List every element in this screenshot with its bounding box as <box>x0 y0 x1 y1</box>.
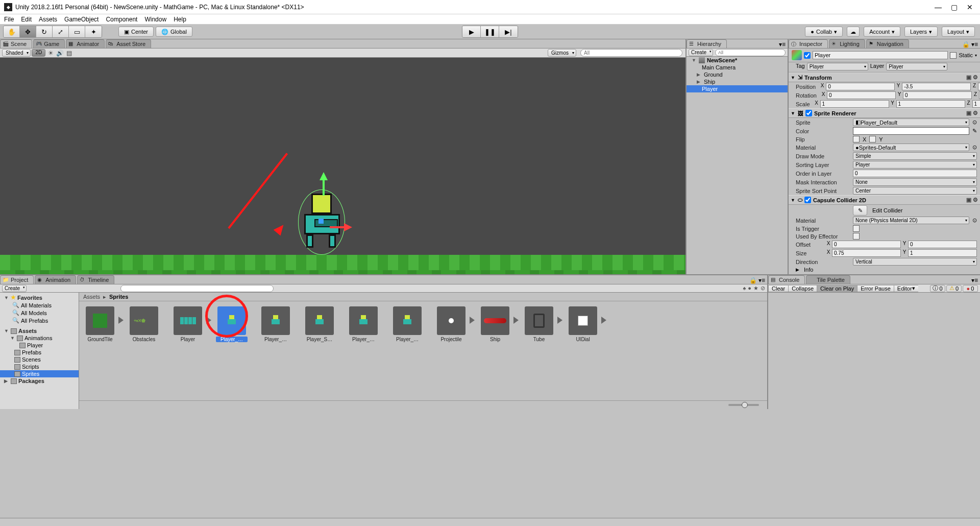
project-create-dropdown[interactable]: Create <box>2 285 27 292</box>
effector-checkbox[interactable] <box>853 233 860 240</box>
edit-collider-button[interactable]: ✎ <box>853 205 867 216</box>
asset-groundtile[interactable]: GroundTile <box>84 306 116 342</box>
shading-dropdown[interactable]: Shaded <box>2 49 31 57</box>
minimize-button[interactable]: — <box>935 3 942 11</box>
console-clear-button[interactable]: Clear <box>768 285 788 292</box>
cloud-button[interactable]: ☁ <box>847 27 860 37</box>
warn-count-badge[interactable]: ⚠0 <box>946 285 962 292</box>
search-type-icon[interactable]: ● <box>748 285 751 292</box>
tab-hierarchy[interactable]: ☰Hierarchy <box>687 39 727 48</box>
breadcrumb-sprites[interactable]: Sprites <box>109 294 128 300</box>
object-picker-icon[interactable]: ⊙ <box>972 144 977 151</box>
space-toggle[interactable]: 🌐Global <box>156 27 192 37</box>
layers-dropdown[interactable]: Layers ▾ <box>904 27 938 37</box>
rotate-tool-button[interactable]: ↻ <box>36 26 53 37</box>
search-assets-icon[interactable]: ♠ <box>743 285 746 292</box>
drawmode-dropdown[interactable]: Simple <box>853 152 977 160</box>
console-editor-dropdown[interactable]: Editor ▾ <box>894 285 918 292</box>
folder-scenes[interactable]: Scenes <box>0 356 79 363</box>
asset-player-sheet[interactable]: Player <box>172 306 204 342</box>
size-y-input[interactable] <box>908 249 977 257</box>
unified-tool-button[interactable]: ✦ <box>85 26 102 37</box>
gameobject-icon[interactable] <box>792 50 802 60</box>
tab-console[interactable]: ▤Console <box>768 275 805 284</box>
gear-icon[interactable]: ▣ ⚙ <box>966 110 978 116</box>
tab-timeline[interactable]: ⏱Timeline <box>77 275 114 284</box>
pivot-toggle[interactable]: ▣Center <box>118 27 154 37</box>
asset-player-4[interactable]: Player_… <box>260 306 291 342</box>
hierarchy-create-dropdown[interactable]: Create <box>689 49 713 56</box>
account-dropdown[interactable]: Account ▾ <box>864 27 900 37</box>
menu-help[interactable]: Help <box>174 16 186 23</box>
scene-view[interactable] <box>0 58 685 274</box>
expand-icon[interactable] <box>118 317 124 324</box>
asset-tube[interactable]: Tube <box>523 306 555 342</box>
light-toggle-icon[interactable]: ☀ <box>46 50 55 57</box>
spriterenderer-header[interactable]: ▼🖼Sprite Renderer▣ ⚙ <box>789 108 980 118</box>
size-x-input[interactable] <box>832 249 901 257</box>
color-field[interactable] <box>853 127 969 135</box>
fav-allprefabs[interactable]: 🔍All Prefabs <box>0 317 79 324</box>
expand-icon[interactable] <box>206 317 211 324</box>
tab-animator[interactable]: ▦Animator <box>66 39 105 48</box>
console-clearonplay-button[interactable]: Clear on Play <box>817 285 857 292</box>
error-count-badge[interactable]: ●0 <box>963 285 978 292</box>
console-options-icon[interactable]: ▾≡ <box>971 277 978 284</box>
breadcrumb-assets[interactable]: Assets <box>83 294 100 300</box>
fav-allmaterials[interactable]: 🔍All Materials <box>0 301 79 309</box>
collab-dropdown[interactable]: ●Collab ▾ <box>805 27 843 37</box>
menu-edit[interactable]: Edit <box>21 16 32 23</box>
info-count-badge[interactable]: ⓘ0 <box>930 285 945 292</box>
scene-search-input[interactable] <box>580 49 682 57</box>
direction-dropdown[interactable]: Vertical <box>853 258 977 266</box>
sortlayer-dropdown[interactable]: Player <box>853 161 977 169</box>
expand-icon[interactable] <box>470 317 475 324</box>
inspector-options-icon[interactable]: 🔒 ▾≡ <box>962 41 978 48</box>
console-collapse-button[interactable]: Collapse <box>788 285 817 292</box>
audio-toggle-icon[interactable]: 🔊 <box>56 50 64 57</box>
layer-dropdown[interactable]: Player <box>886 63 947 70</box>
gizmos-dropdown[interactable]: Gizmos <box>548 49 576 57</box>
gear-icon[interactable]: ▣ ⚙ <box>966 74 978 81</box>
static-checkbox[interactable] <box>950 52 957 59</box>
menu-window[interactable]: Window <box>144 16 166 23</box>
capsule-header[interactable]: ▼⬭Capsule Collider 2D▣ ⚙ <box>789 195 980 205</box>
xy-plane-handle-icon[interactable] <box>318 219 324 224</box>
expand-icon[interactable] <box>513 317 519 324</box>
favorites-section[interactable]: ▼★Favorites <box>0 294 79 301</box>
thumbnail-size-slider[interactable] <box>728 404 759 406</box>
offset-y-input[interactable] <box>908 241 977 248</box>
fx-toggle-icon[interactable]: ▤ <box>65 50 73 57</box>
tag-dropdown[interactable]: Player <box>807 63 868 70</box>
move-tool-button[interactable]: ✥ <box>20 26 36 37</box>
gameobject-name-input[interactable] <box>813 51 948 59</box>
tab-animation[interactable]: ◉Animation <box>35 275 76 284</box>
folder-animations[interactable]: ▼Animations <box>0 334 79 342</box>
capsule-enabled[interactable] <box>804 197 811 203</box>
hierarchy-item-ground[interactable]: ▶Ground <box>687 71 788 78</box>
flip-y-checkbox[interactable] <box>869 136 876 142</box>
tab-project[interactable]: 📁Project <box>0 275 34 284</box>
tab-game[interactable]: 🎮Game <box>33 39 65 48</box>
scl-y-input[interactable] <box>896 100 965 108</box>
hierarchy-search-input[interactable] <box>715 49 786 56</box>
object-picker-icon[interactable]: ⊙ <box>972 217 977 224</box>
asset-uidial[interactable]: UIDial <box>567 306 599 342</box>
asset-player-7[interactable]: Player_… <box>391 306 423 342</box>
hierarchy-options-icon[interactable]: ▾≡ <box>779 41 786 48</box>
mode-2d-toggle[interactable]: 2D <box>32 49 45 57</box>
y-axis-handle-icon[interactable] <box>320 172 328 180</box>
istrigger-checkbox[interactable] <box>853 225 860 232</box>
hierarchy-item-ship[interactable]: ▶Ship <box>687 78 788 85</box>
pos-y-input[interactable] <box>902 83 971 90</box>
material-field[interactable]: ●Sprites-Default <box>853 144 969 151</box>
sprite-field[interactable]: ◧Player_Default <box>853 118 969 126</box>
asset-player-6[interactable]: Player_… <box>348 306 379 342</box>
assets-section[interactable]: ▼Assets <box>0 327 79 334</box>
physmat-field[interactable]: None (Physics Material 2D) <box>853 217 969 224</box>
rect-tool-button[interactable]: ▭ <box>69 26 85 37</box>
tab-inspector[interactable]: ⓘInspector <box>789 39 828 48</box>
play-button[interactable]: ▶ <box>462 26 481 37</box>
expand-icon[interactable] <box>601 317 606 324</box>
pause-button[interactable]: ❚❚ <box>481 26 499 37</box>
